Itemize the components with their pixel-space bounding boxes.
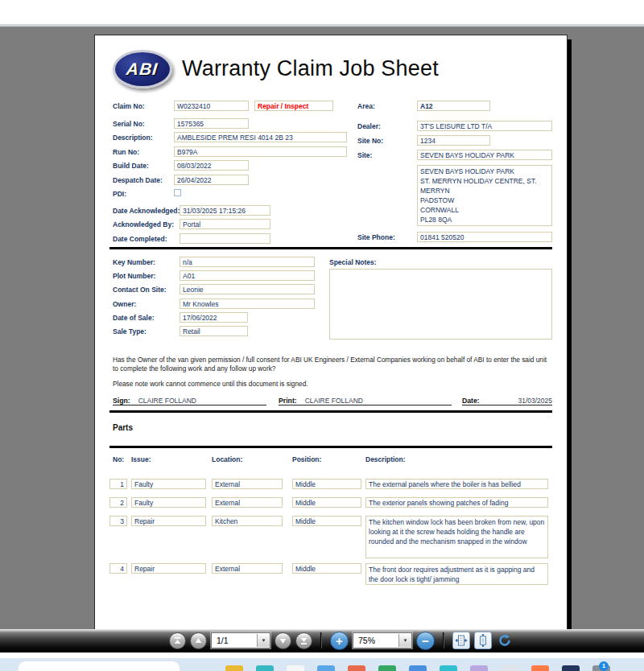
description-field[interactable]: AMBLESIDE PREM RESI 4014 2B 23 [174,132,347,142]
acknowledged-by-field[interactable]: Portal [180,219,270,229]
zoom-out-button[interactable]: − [416,632,435,650]
taskbar-app-icon[interactable] [440,665,457,671]
date-completed-label: Date Completed: [113,235,167,243]
claim-no-label: Claim No: [113,102,145,110]
part-row-issue[interactable]: Repair [131,516,206,526]
pdf-viewer-canvas: ABI Warranty Claim Job Sheet Claim No: W… [0,27,644,629]
site-phone-field[interactable]: 01841 520520 [417,232,552,242]
special-notes-field[interactable] [329,269,552,340]
taskbar-app-icon[interactable] [317,665,335,671]
fit-page-button[interactable] [474,632,492,649]
dealer-field[interactable]: 3T'S LEISURE LTD T/A [417,121,552,131]
first-page-button[interactable] [169,632,186,649]
chevron-down-icon[interactable]: ▼ [257,634,270,647]
part-row-issue[interactable]: Faulty [131,479,206,489]
part-row-no[interactable]: 4 [109,563,127,574]
pdi-checkbox[interactable] [174,189,181,196]
section-divider [109,247,552,249]
refresh-button[interactable] [496,632,514,649]
part-row-position[interactable]: Middle [292,497,361,508]
date-label: Date: [462,397,480,405]
consent-question: Has the Owner of the van given permissio… [113,356,555,373]
last-page-button[interactable] [295,632,312,649]
pdi-label: PDI: [113,190,126,198]
taskbar-app-icon[interactable] [348,665,365,671]
site-address-field[interactable]: SEVEN BAYS HOLIDAY PARK ST. MERRYN HOLID… [417,165,552,226]
document-page: ABI Warranty Claim Job Sheet Claim No: W… [94,35,568,631]
build-date-field[interactable]: 08/03/2022 [174,160,249,171]
area-field[interactable]: A12 [417,101,490,111]
part-row-position[interactable]: Middle [292,516,361,526]
taskbar-search-input[interactable] [18,661,180,671]
zoom-level-combobox[interactable]: 75% ▼ [353,632,412,648]
taskbar-app-icon[interactable] [531,665,549,671]
part-row-no[interactable]: 1 [109,479,127,489]
document-title: Warranty Claim Job Sheet [182,56,439,81]
sign-line[interactable]: Sign: CLAIRE FOLLAND [113,394,266,405]
taskbar-app-icon[interactable] [256,665,274,671]
area-label: Area: [357,102,375,110]
despatch-date-field[interactable]: 26/04/2022 [174,175,249,185]
taskbar-app-icon[interactable] [225,665,243,671]
part-row-issue[interactable]: Repair [131,563,206,574]
owner-label: Owner: [113,300,136,308]
site-field[interactable]: SEVEN BAYS HOLIDAY PARK [417,150,552,160]
sign-label: Sign: [113,397,130,405]
zoom-in-button[interactable]: + [330,632,349,650]
parts-header-no: No: [113,455,124,463]
arrow-down-icon [279,636,287,645]
plot-number-field[interactable]: A01 [180,270,315,281]
part-row-no[interactable]: 3 [109,516,127,526]
claim-no-field[interactable]: W0232410 [174,101,249,111]
first-page-icon [173,636,182,645]
key-number-field[interactable]: n/a [180,257,315,267]
pdf-toolbar: 1/1 ▼ + 75% ▼ − [0,629,644,652]
part-row-issue[interactable]: Faulty [131,497,206,508]
claim-type-field[interactable]: Repair / Inspect [254,101,333,111]
part-row-location[interactable]: External [212,563,283,574]
taskbar-app-icon[interactable] [409,665,427,671]
print-line[interactable]: Print: CLAIRE FOLLAND [279,394,452,405]
serial-no-field[interactable]: 1575365 [174,118,249,129]
sale-type-label: Sale Type: [113,327,147,336]
part-row-position[interactable]: Middle [292,563,361,574]
bottom-white-strip [0,652,644,658]
owner-field[interactable]: Mr Knowles [180,298,315,309]
last-page-icon [299,636,308,645]
date-acknowledged-field[interactable]: 31/03/2025 17:15:26 [180,205,270,216]
part-row-description[interactable]: The front door requires adjustment as it… [365,563,548,585]
section-divider [109,410,552,413]
section-divider [109,446,552,448]
next-page-button[interactable] [275,632,291,649]
dealer-label: Dealer: [357,122,381,130]
sale-type-field[interactable]: Retail [180,326,248,336]
page-number-combobox[interactable]: 1/1 ▼ [211,632,270,648]
part-row-description[interactable]: The kitchen window lock has been broken … [365,516,548,558]
build-date-label: Build Date: [113,162,149,170]
site-no-field[interactable]: 1234 [417,135,490,146]
date-of-sale-field[interactable]: 17/06/2022 [180,312,248,323]
part-row-description[interactable]: The exterior panels showing patches of f… [365,497,548,508]
fit-width-button[interactable] [452,632,470,649]
zoom-level: 75% [353,636,398,645]
chevron-down-icon[interactable]: ▼ [398,634,411,647]
part-row-no[interactable]: 2 [109,497,127,508]
contact-on-site-field[interactable]: Leonie [180,284,315,294]
taskbar-app-icon[interactable] [501,665,518,671]
taskbar-app-icon[interactable] [378,665,396,671]
date-line[interactable]: Date: 31/03/2025 [462,394,552,405]
taskbar-app-icon[interactable] [287,665,304,671]
parts-section-title: Parts [113,423,133,432]
taskbar-app-icon[interactable] [470,665,488,671]
part-row-description[interactable]: The external panels where the boiler is … [365,479,548,489]
site-phone-label: Site Phone: [357,233,395,241]
part-row-location[interactable]: External [212,479,283,489]
run-no-field[interactable]: B979A [174,146,347,157]
part-row-position[interactable]: Middle [292,479,361,489]
date-completed-field[interactable] [180,233,270,244]
special-notes-label: Special Notes: [329,258,377,266]
taskbar-app-icon[interactable] [562,665,580,671]
previous-page-button[interactable] [190,632,207,649]
part-row-location[interactable]: Kitchen [212,516,283,526]
part-row-location[interactable]: External [212,497,283,508]
